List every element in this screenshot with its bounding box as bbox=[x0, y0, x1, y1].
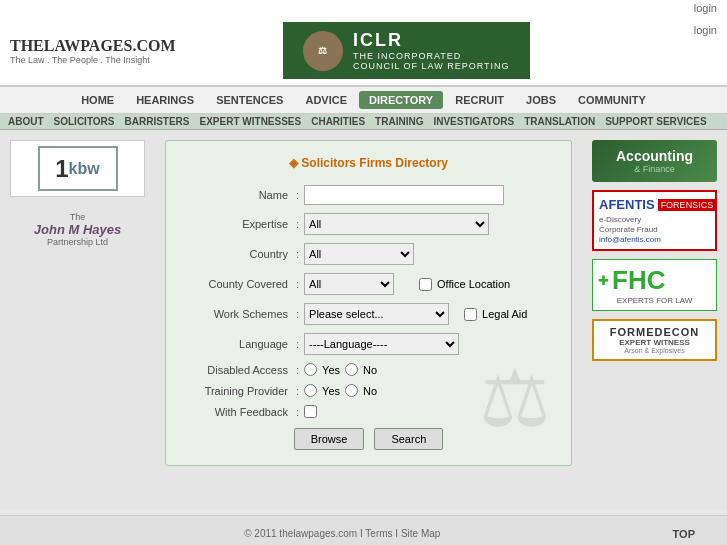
search-button[interactable]: Search bbox=[374, 428, 443, 450]
legal-aid-checkbox[interactable] bbox=[464, 308, 477, 321]
language-row: Language : ----Language---- bbox=[181, 333, 556, 355]
sidebar-right: Accounting & Finance AFENTIS FORENSICS e… bbox=[582, 130, 727, 510]
disabled-access-yes-radio[interactable] bbox=[304, 363, 317, 376]
fhc-plus-icon: ✚ bbox=[598, 273, 609, 288]
country-label: Country bbox=[181, 248, 296, 260]
form-title-text: Solicitors Firms Directory bbox=[301, 156, 448, 170]
accounting-title: Accounting bbox=[600, 148, 709, 164]
sidebar-left: 1 kbw The John M Hayes Partnership Ltd bbox=[0, 130, 155, 510]
work-schemes-row: Work Schemes : Please select... Legal Ai… bbox=[181, 303, 556, 325]
country-row: Country : All bbox=[181, 243, 556, 265]
secondary-nav: ABOUT SOLICITORS BARRISTERS EXPERT WITNE… bbox=[0, 114, 727, 130]
nav-home[interactable]: HOME bbox=[71, 91, 124, 109]
formedecon-sub2: Arson & Explosives bbox=[599, 347, 710, 354]
work-schemes-label: Work Schemes bbox=[181, 308, 296, 320]
fhc-ad[interactable]: ✚ FHC EXPERTS FOR LAW bbox=[592, 259, 717, 311]
logo-tagline: The Law . The People . The Insight bbox=[10, 55, 176, 65]
directory-form: ⚖ ◈ Solicitors Firms Directory Name : Ex… bbox=[165, 140, 572, 466]
site-logo: THELAWPAGES.COM The Law . The People . T… bbox=[10, 37, 176, 65]
training-provider-yes-label: Yes bbox=[322, 385, 340, 397]
main-content: ⚖ ◈ Solicitors Firms Directory Name : Ex… bbox=[155, 130, 582, 510]
training-provider-no-radio[interactable] bbox=[345, 384, 358, 397]
office-location-label: Office Location bbox=[437, 278, 510, 290]
footer: TOP © 2011 thelawpages.com I Terms I Sit… bbox=[0, 515, 727, 545]
kbw-text: kbw bbox=[69, 160, 100, 178]
disabled-access-no-radio[interactable] bbox=[345, 363, 358, 376]
disabled-access-yes-label: Yes bbox=[322, 364, 340, 376]
afentis-line2: Corporate Fraud bbox=[599, 225, 710, 234]
hayes-ad[interactable]: The John M Hayes Partnership Ltd bbox=[10, 207, 145, 252]
with-feedback-checkbox[interactable] bbox=[304, 405, 317, 418]
sec-nav-translation[interactable]: TRANSLATION bbox=[524, 116, 595, 127]
nav-hearings[interactable]: HEARINGS bbox=[126, 91, 204, 109]
iclr-logo-icon: ⚖ bbox=[303, 31, 343, 71]
language-select[interactable]: ----Language---- bbox=[304, 333, 459, 355]
sec-nav-solicitors[interactable]: SOLICITORS bbox=[54, 116, 115, 127]
afentis-header: AFENTIS FORENSICS bbox=[599, 197, 710, 212]
training-provider-label: Training Provider bbox=[181, 385, 296, 397]
country-input-wrapper: All bbox=[304, 243, 556, 265]
logo-text: THELAWPAGES.COM bbox=[10, 37, 176, 55]
accounting-sub: & Finance bbox=[600, 164, 709, 174]
name-row: Name : bbox=[181, 185, 556, 205]
iclr-sub: COUNCIL OF LAW REPORTING bbox=[353, 61, 510, 71]
afentis-ad[interactable]: AFENTIS FORENSICS e-Discovery Corporate … bbox=[592, 190, 717, 251]
sec-nav-expert-witnesses[interactable]: EXPERT WITNESSES bbox=[200, 116, 302, 127]
county-input-wrapper: All Office Location bbox=[304, 273, 556, 295]
with-feedback-label: With Feedback bbox=[181, 406, 296, 418]
training-provider-row: Training Provider : Yes No bbox=[181, 384, 556, 397]
main-nav: HOME HEARINGS SENTENCES ADVICE DIRECTORY… bbox=[0, 86, 727, 114]
accounting-ad[interactable]: Accounting & Finance bbox=[592, 140, 717, 182]
disabled-access-no-label: No bbox=[363, 364, 377, 376]
office-location-wrapper: Office Location bbox=[419, 278, 510, 291]
legal-aid-label: Legal Aid bbox=[482, 308, 527, 320]
form-title-icon: ◈ bbox=[289, 156, 301, 170]
expertise-select[interactable]: All bbox=[304, 213, 489, 235]
nav-recruit[interactable]: RECRUIT bbox=[445, 91, 514, 109]
hayes-line1: The bbox=[15, 212, 140, 222]
with-feedback-wrapper bbox=[304, 405, 317, 418]
iclr-full: THE INCORPORATED bbox=[353, 51, 510, 61]
formedecon-sub: EXPERT WITNESS bbox=[599, 338, 710, 347]
nav-directory[interactable]: DIRECTORY bbox=[359, 91, 443, 109]
sec-nav-about[interactable]: ABOUT bbox=[8, 116, 44, 127]
county-label: County Covered bbox=[181, 278, 296, 290]
fhc-logo: FHC bbox=[612, 265, 665, 296]
sec-nav-charities[interactable]: CHARITIES bbox=[311, 116, 365, 127]
language-label: Language bbox=[181, 338, 296, 350]
footer-top-link[interactable]: TOP bbox=[673, 528, 695, 540]
iclr-banner: ⚖ ICLR THE INCORPORATED COUNCIL OF LAW R… bbox=[283, 22, 530, 79]
login-link-top[interactable]: login bbox=[694, 24, 717, 36]
work-schemes-select[interactable]: Please select... bbox=[304, 303, 449, 325]
kbw-number: 1 bbox=[55, 155, 68, 183]
formedecon-ad[interactable]: FORMEDECON EXPERT WITNESS Arson & Explos… bbox=[592, 319, 717, 361]
nav-community[interactable]: COMMUNITY bbox=[568, 91, 656, 109]
name-input-wrapper bbox=[304, 185, 556, 205]
training-provider-yes-radio[interactable] bbox=[304, 384, 317, 397]
sec-nav-support[interactable]: SUPPORT SERVICES bbox=[605, 116, 707, 127]
office-location-checkbox[interactable] bbox=[419, 278, 432, 291]
sec-nav-barristers[interactable]: BARRISTERS bbox=[125, 116, 190, 127]
iclr-text: ICLR THE INCORPORATED COUNCIL OF LAW REP… bbox=[353, 30, 510, 71]
form-title: ◈ Solicitors Firms Directory bbox=[181, 156, 556, 170]
sec-nav-training[interactable]: TRAINING bbox=[375, 116, 423, 127]
nav-jobs[interactable]: JOBS bbox=[516, 91, 566, 109]
iclr-title: ICLR bbox=[353, 30, 510, 51]
afentis-forensics-badge: FORENSICS bbox=[658, 199, 717, 211]
sec-nav-investigators[interactable]: INVESTIGATORS bbox=[433, 116, 514, 127]
disabled-access-label: Disabled Access bbox=[181, 364, 296, 376]
legal-aid-wrapper: Legal Aid bbox=[464, 308, 527, 321]
browse-button[interactable]: Browse bbox=[294, 428, 365, 450]
footer-text: © 2011 thelawpages.com I Terms I Site Ma… bbox=[244, 528, 440, 539]
language-input-wrapper: ----Language---- bbox=[304, 333, 556, 355]
expertise-label: Expertise bbox=[181, 218, 296, 230]
county-select[interactable]: All bbox=[304, 273, 394, 295]
training-provider-no-label: No bbox=[363, 385, 377, 397]
country-select[interactable]: All bbox=[304, 243, 414, 265]
nav-advice[interactable]: ADVICE bbox=[295, 91, 357, 109]
afentis-name: AFENTIS bbox=[599, 197, 655, 212]
login-link[interactable]: login bbox=[694, 2, 717, 14]
kbw-ad[interactable]: 1 kbw bbox=[10, 140, 145, 197]
name-input[interactable] bbox=[304, 185, 504, 205]
nav-sentences[interactable]: SENTENCES bbox=[206, 91, 293, 109]
